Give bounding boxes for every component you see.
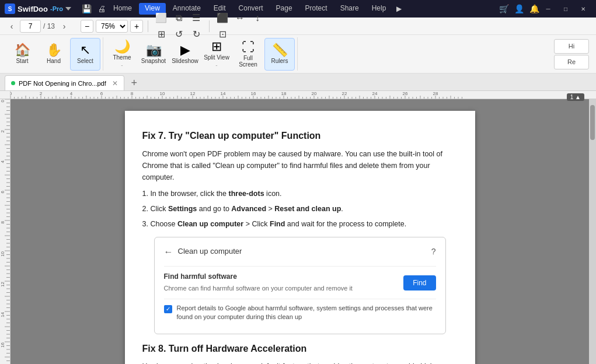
menu-help[interactable]: Help: [366, 3, 392, 15]
fit-width-btn[interactable]: ↔: [232, 10, 248, 26]
menu-share[interactable]: Share: [334, 3, 365, 15]
ribbon-separator-1: [148, 20, 148, 32]
theme-tool-button[interactable]: 🌙 Theme -: [107, 38, 137, 71]
fit-height-btn[interactable]: ↕: [249, 10, 266, 26]
page-canvas-area[interactable]: Fix 7. Try "Clean up computer" Function …: [11, 99, 589, 364]
horizontal-ruler-canvas: [11, 91, 596, 99]
main-area: Fix 7. Try "Clean up computer" Function …: [0, 91, 596, 364]
app-suffix: -Pro: [50, 5, 63, 12]
page-badge-number: 1: [570, 94, 574, 100]
select-icon: ↖: [80, 44, 90, 57]
menu-home[interactable]: Home: [107, 3, 138, 15]
cart-icon[interactable]: 🛒: [498, 3, 510, 15]
theme-icon: 🌙: [114, 40, 130, 53]
fix8-para1: Hardware acceleration is a browser defau…: [142, 360, 458, 364]
fix7-heading: Fix 7. Try "Clean up computer" Function: [142, 128, 458, 144]
theme-sub: -: [121, 62, 123, 68]
content-row: Fix 7. Try "Clean up computer" Function …: [0, 99, 596, 364]
dialog-help-icon: ?: [431, 245, 436, 258]
report-checkbox[interactable]: ✓: [164, 305, 172, 313]
step2-bold1: Settings: [168, 205, 197, 213]
rulers-tool-button[interactable]: 📏 Rulers: [264, 38, 295, 71]
step2-end: .: [341, 205, 343, 213]
app-name: SwifDoo: [18, 5, 48, 13]
minimize-button[interactable]: ─: [540, 3, 556, 15]
pdf-page: Fix 7. Try "Clean up computer" Function …: [125, 111, 475, 364]
tab-close-button[interactable]: ✕: [112, 79, 118, 88]
fit-page-btn[interactable]: ⬛: [214, 10, 231, 26]
full-screen-tool-button[interactable]: ⛶ Full Screen: [233, 38, 263, 71]
hi-button[interactable]: Hi: [554, 39, 589, 54]
select-tool-button[interactable]: ↖ Select: [70, 38, 100, 71]
save-icon[interactable]: 💾: [81, 3, 92, 15]
dialog-header: ← Clean up computer ?: [164, 244, 436, 260]
scrollbar-thumb[interactable]: [590, 105, 595, 140]
start-icon: 🏠: [15, 44, 30, 57]
find-harmful-sub: Chrome can find harmful software on your…: [164, 284, 404, 294]
bell-icon[interactable]: 🔔: [528, 3, 540, 15]
layout-scroll-btn[interactable]: ☰: [188, 10, 204, 26]
svg-text:S: S: [8, 6, 12, 12]
svg-marker-2: [65, 7, 71, 10]
zoom-out-button[interactable]: −: [81, 20, 93, 33]
step1: 1. In the browser, click the three-dots …: [142, 188, 458, 200]
step1-end: icon.: [264, 190, 282, 198]
menu-page[interactable]: Page: [270, 3, 298, 15]
hand-icon: ✋: [46, 44, 62, 57]
maximize-button[interactable]: □: [557, 3, 574, 15]
menu-protect[interactable]: Protect: [299, 3, 333, 15]
split-sub: -: [215, 62, 217, 68]
full-screen-label: Full Screen: [234, 55, 262, 68]
ruler-corner: [0, 91, 11, 99]
layout-single-btn[interactable]: ⬜: [153, 10, 169, 26]
start-tool-button[interactable]: 🏠 Start: [7, 38, 37, 71]
title-bar: S SwifDoo-Pro 💾 🖨 Home View Annotate Edi…: [0, 0, 596, 18]
user-icon[interactable]: 👤: [513, 3, 525, 15]
page-separator: / 13: [43, 22, 55, 30]
dialog-back-icon: ←: [164, 244, 173, 260]
vertical-scrollbar[interactable]: [589, 99, 596, 364]
page-number-input[interactable]: [20, 20, 41, 33]
dialog-title: Clean up computer: [178, 246, 242, 258]
step1-bold: three-dots: [229, 190, 264, 198]
step3: 3. Choose Clean up computer > Click Find…: [142, 218, 458, 230]
step3-mid: > Click: [243, 220, 270, 228]
fix7-para1: Chrome won't open PDF problem may be cau…: [142, 148, 458, 183]
checkbox-text: Report details to Google about harmful s…: [177, 304, 436, 322]
ribbon-separator-2: [209, 20, 210, 32]
zoom-select[interactable]: 75%: [96, 20, 128, 33]
ruler-row: [0, 91, 596, 99]
document-tab[interactable]: PDF Not Opening in Chro...pdf ✕: [5, 75, 124, 90]
right-icons: 🛒 👤 🔔: [498, 3, 540, 15]
step2-bold2: Advanced: [231, 205, 266, 213]
split-view-icon: ⊞: [211, 40, 222, 53]
step3-bold2: Find: [270, 220, 285, 228]
hand-tool-button[interactable]: ✋ Hand: [39, 38, 69, 71]
find-button[interactable]: Find: [403, 275, 435, 290]
next-page-button[interactable]: ›: [57, 19, 71, 33]
step3-bold1: Clean up computer: [177, 220, 243, 228]
chrome-dialog: ← Clean up computer ? Find harmful softw…: [154, 237, 446, 334]
zoom-in-button[interactable]: +: [130, 20, 143, 33]
slideshow-label: Slideshow: [172, 58, 198, 64]
document-area: Fix 7. Try "Clean up computer" Function …: [0, 91, 596, 364]
split-view-tool-button[interactable]: ⊞ Split View -: [201, 38, 232, 71]
layout-double-btn[interactable]: ⧉: [170, 10, 187, 26]
snapshot-tool-button[interactable]: 📷 Snapshot: [138, 38, 169, 71]
tab-dot: [11, 81, 15, 85]
close-button[interactable]: ✕: [575, 3, 591, 15]
ribbon-top: ‹ / 13 › − 75% + ⬜ ⧉ ☰ ⊞ ↺ ↻ ⬛ ↔ ↕ ⊡: [0, 18, 596, 35]
print-icon[interactable]: 🖨: [96, 3, 107, 15]
rulers-icon: 📏: [272, 44, 288, 57]
re-button[interactable]: Re: [554, 55, 589, 69]
step2-mid: and go to: [197, 205, 231, 213]
more-menus-icon[interactable]: ▶: [393, 3, 405, 15]
step3-start: 3. Choose: [142, 220, 177, 228]
snapshot-icon: 📷: [146, 44, 162, 57]
new-tab-button[interactable]: +: [127, 75, 142, 90]
prev-page-button[interactable]: ‹: [5, 19, 19, 33]
ribbon: ‹ / 13 › − 75% + ⬜ ⧉ ☰ ⊞ ↺ ↻ ⬛ ↔ ↕ ⊡: [0, 18, 596, 74]
fix8-heading: Fix 8. Turn off Hardware Acceleration: [142, 341, 458, 356]
slideshow-tool-button[interactable]: ▶ Slideshow: [170, 38, 200, 71]
vertical-ruler: [0, 99, 11, 364]
